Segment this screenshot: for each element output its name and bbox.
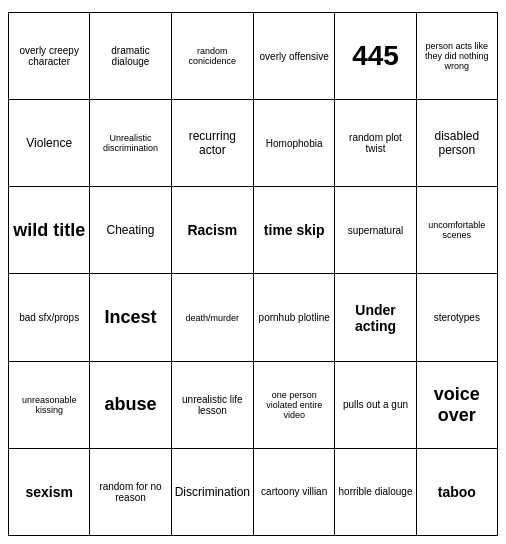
cell-text-r3-c1: Incest [93, 307, 167, 328]
cell-text-r0-c0: overly creepy character [12, 45, 86, 67]
cell-r5-c3[interactable]: cartoony villian [254, 449, 335, 536]
cell-r1-c4[interactable]: random plot twist [335, 100, 416, 187]
cell-r5-c4[interactable]: horrible dialouge [335, 449, 416, 536]
cell-text-r3-c4: Under acting [338, 302, 412, 334]
cell-r0-c3[interactable]: overly offensive [254, 13, 335, 100]
cell-text-r5-c0: sexism [12, 484, 86, 500]
cell-text-r4-c3: one person violated entire video [257, 390, 331, 420]
cell-text-r0-c3: overly offensive [257, 51, 331, 62]
cell-r3-c1[interactable]: Incest [90, 274, 171, 361]
cell-r2-c0[interactable]: wild title [9, 187, 90, 274]
cell-r1-c5[interactable]: disabled person [417, 100, 498, 187]
cell-text-r0-c1: dramatic dialouge [93, 45, 167, 67]
cell-text-r0-c2: random conicidence [175, 46, 250, 66]
cell-r2-c5[interactable]: uncomfortable scenes [417, 187, 498, 274]
cell-text-r1-c3: Homophobia [257, 138, 331, 149]
cell-text-r3-c0: bad sfx/props [12, 312, 86, 323]
cell-text-r1-c1: Unrealistic discrimination [93, 133, 167, 153]
cell-r4-c4[interactable]: pulls out a gun [335, 362, 416, 449]
cell-r4-c2[interactable]: unrealistic life lesson [172, 362, 254, 449]
cell-text-r1-c5: disabled person [420, 129, 494, 157]
cell-r5-c1[interactable]: random for no reason [90, 449, 171, 536]
cell-r1-c3[interactable]: Homophobia [254, 100, 335, 187]
cell-text-r2-c4: supernatural [338, 225, 412, 236]
cell-r3-c5[interactable]: sterotypes [417, 274, 498, 361]
cell-text-r5-c5: taboo [420, 484, 494, 500]
cell-r0-c4[interactable]: 445 [335, 13, 416, 100]
cell-r0-c0[interactable]: overly creepy character [9, 13, 90, 100]
cell-text-r1-c2: recurring actor [175, 129, 250, 157]
cell-r1-c1[interactable]: Unrealistic discrimination [90, 100, 171, 187]
cell-r5-c2[interactable]: Discrimination [172, 449, 254, 536]
cell-text-r2-c1: Cheating [93, 223, 167, 237]
cell-text-r4-c1: abuse [93, 394, 167, 415]
cell-r5-c0[interactable]: sexism [9, 449, 90, 536]
cell-text-r4-c2: unrealistic life lesson [175, 394, 250, 416]
bingo-grid: overly creepy characterdramatic dialouge… [8, 12, 498, 536]
cell-text-r5-c3: cartoony villian [257, 486, 331, 497]
cell-r0-c2[interactable]: random conicidence [172, 13, 254, 100]
cell-r3-c4[interactable]: Under acting [335, 274, 416, 361]
cell-text-r0-c4: 445 [338, 40, 412, 72]
cell-text-r5-c1: random for no reason [93, 481, 167, 503]
cell-text-r4-c5: voice over [420, 384, 494, 426]
cell-text-r3-c5: sterotypes [420, 312, 494, 323]
cell-text-r0-c5: person acts like they did nothing wrong [420, 41, 494, 71]
cell-r3-c2[interactable]: death/murder [172, 274, 254, 361]
cell-text-r4-c4: pulls out a gun [338, 399, 412, 410]
cell-r3-c0[interactable]: bad sfx/props [9, 274, 90, 361]
cell-text-r5-c4: horrible dialouge [338, 486, 412, 497]
cell-r4-c0[interactable]: unreasonable kissing [9, 362, 90, 449]
cell-text-r2-c2: Racism [175, 222, 250, 238]
cell-r1-c2[interactable]: recurring actor [172, 100, 254, 187]
cell-text-r1-c4: random plot twist [338, 132, 412, 154]
cell-r0-c5[interactable]: person acts like they did nothing wrong [417, 13, 498, 100]
cell-text-r5-c2: Discrimination [175, 485, 250, 499]
cell-text-r3-c2: death/murder [175, 313, 250, 323]
cell-text-r4-c0: unreasonable kissing [12, 395, 86, 415]
cell-r4-c1[interactable]: abuse [90, 362, 171, 449]
cell-text-r2-c0: wild title [12, 220, 86, 241]
cell-text-r2-c3: time skip [257, 222, 331, 238]
cell-r2-c1[interactable]: Cheating [90, 187, 171, 274]
cell-r3-c3[interactable]: pornhub plotline [254, 274, 335, 361]
cell-r2-c4[interactable]: supernatural [335, 187, 416, 274]
cell-r4-c5[interactable]: voice over [417, 362, 498, 449]
cell-r0-c1[interactable]: dramatic dialouge [90, 13, 171, 100]
cell-r1-c0[interactable]: Violence [9, 100, 90, 187]
cell-r2-c3[interactable]: time skip [254, 187, 335, 274]
cell-text-r2-c5: uncomfortable scenes [420, 220, 494, 240]
cell-r5-c5[interactable]: taboo [417, 449, 498, 536]
cell-r4-c3[interactable]: one person violated entire video [254, 362, 335, 449]
cell-r2-c2[interactable]: Racism [172, 187, 254, 274]
cell-text-r1-c0: Violence [12, 136, 86, 150]
cell-text-r3-c3: pornhub plotline [257, 312, 331, 323]
